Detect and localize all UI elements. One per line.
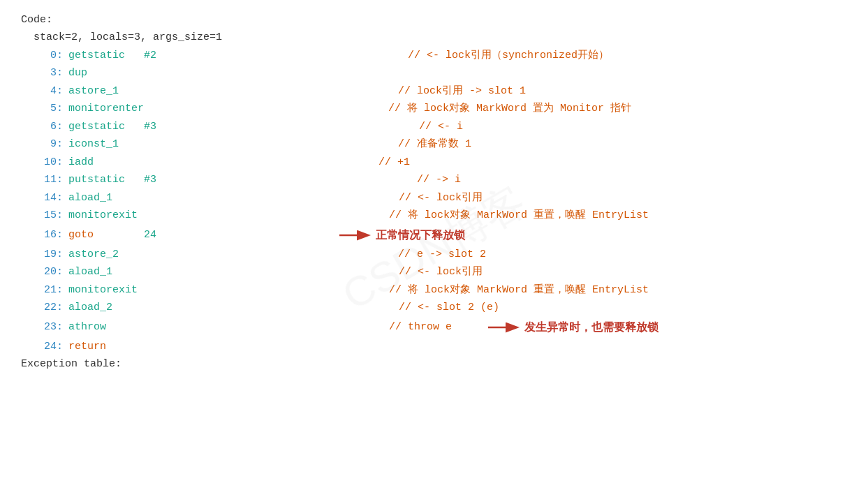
code-line-5: 5: monitorenter // 将 lock对象 MarkWord 置为 … [21, 100, 847, 118]
comment-9: // 准备常数 1 [398, 135, 471, 154]
code-line-11: 11: putstatic #3 // -> i [21, 171, 847, 189]
comment-19: // e -> slot 2 [398, 246, 486, 264]
comment-0: // <- lock引用（synchronized开始） [408, 47, 609, 65]
line-num-4: 4: [41, 82, 63, 101]
op-10: iadd [68, 154, 94, 172]
arg-0: #2 [144, 47, 156, 65]
line-num-10: 10: [41, 154, 63, 172]
op-22: aload_2 [68, 299, 112, 317]
arrow-icon-1 [338, 225, 373, 246]
line-num-3: 3: [41, 64, 63, 82]
line-num-6: 6: [41, 118, 63, 136]
op-3: dup [68, 64, 87, 82]
footer-label: Exception table: [21, 358, 847, 370]
annotation-exception-release: 发生异常时，也需要释放锁 [524, 318, 659, 336]
op-5: monitorenter [68, 100, 144, 118]
arg-16: 24 [144, 226, 156, 244]
line-num-11: 11: [41, 171, 63, 189]
annotation-normal-release: 正常情况下释放锁 [376, 225, 465, 244]
comment-21: // 将 lock对象 MarkWord 重置，唤醒 EntryList [389, 281, 649, 299]
line-num-21: 21: [41, 281, 63, 299]
op-4: astore_1 [68, 82, 119, 101]
comment-23: // throw e [389, 318, 452, 336]
line-num-24: 24: [41, 338, 63, 356]
comment-22: // <- slot 2 (e) [399, 299, 499, 317]
stack-info: stack=2, locals=3, args_size=1 [21, 29, 222, 47]
code-line-21: 21: monitorexit // 将 lock对象 MarkWord 重置，… [21, 281, 847, 299]
op-23: athrow [68, 318, 106, 336]
code-line-14: 14: aload_1 // <- lock引用 [21, 189, 847, 207]
op-11: putstatic [68, 171, 144, 189]
op-6: getstatic [68, 118, 144, 136]
code-line-15: 15: monitorexit // 将 lock对象 MarkWord 重置，… [21, 207, 847, 225]
code-line-3: 3: dup [21, 64, 847, 82]
op-15: monitorexit [68, 207, 138, 225]
op-20: aload_1 [68, 263, 112, 281]
code-line-10: 10: iadd // +1 [21, 154, 847, 172]
line-num-22: 22: [41, 299, 63, 317]
op-24: return [68, 338, 106, 356]
op-9: iconst_1 [68, 135, 119, 154]
comment-15: // 将 lock对象 MarkWord 重置，唤醒 EntryList [389, 207, 649, 225]
code-line-22: 22: aload_2 // <- slot 2 (e) [21, 299, 847, 317]
line-num-16: 16: [41, 226, 63, 244]
code-container: Code: stack=2, locals=3, args_size=1 0: … [21, 14, 847, 370]
line-num-19: 19: [41, 246, 63, 264]
arrow-icon-2 [487, 317, 522, 338]
op-0: getstatic [68, 47, 144, 65]
comment-5: // 将 lock对象 MarkWord 置为 Monitor 指针 [388, 100, 631, 118]
op-16: goto [68, 226, 144, 244]
code-line-23: 23: athrow // throw e 发生异常时，也需要释放锁 [21, 317, 847, 338]
code-line-4: 4: astore_1 // lock引用 -> slot 1 [21, 82, 847, 101]
arg-6: #3 [144, 118, 156, 136]
code-line-0: 0: getstatic #2 // <- lock引用（synchronize… [21, 47, 847, 65]
arg-11: #3 [144, 171, 156, 189]
line-num-9: 9: [41, 135, 63, 154]
comment-14: // <- lock引用 [399, 189, 483, 207]
line-num-15: 15: [41, 207, 63, 225]
code-line-6: 6: getstatic #3 // <- i [21, 118, 847, 136]
stack-info-line: stack=2, locals=3, args_size=1 [21, 29, 847, 47]
op-19: astore_2 [68, 246, 119, 264]
comment-10: // +1 [378, 154, 410, 172]
code-label: Code: [21, 14, 847, 26]
comment-6: // <- i [419, 118, 463, 136]
code-line-16: 16: goto 24 正常情况下释放锁 [21, 225, 847, 246]
comment-11: // -> i [417, 171, 461, 189]
op-14: aload_1 [68, 189, 112, 207]
line-num-0: 0: [41, 47, 63, 65]
code-line-20: 20: aload_1 // <- lock引用 [21, 263, 847, 281]
line-num-5: 5: [41, 100, 63, 118]
line-num-14: 14: [41, 189, 63, 207]
line-num-23: 23: [41, 318, 63, 336]
line-num-20: 20: [41, 263, 63, 281]
code-section: stack=2, locals=3, args_size=1 0: getsta… [21, 29, 847, 355]
code-line-19: 19: astore_2 // e -> slot 2 [21, 246, 847, 264]
code-line-24: 24: return [21, 338, 847, 356]
code-line-9: 9: iconst_1 // 准备常数 1 [21, 135, 847, 154]
op-21: monitorexit [68, 281, 138, 299]
comment-4: // lock引用 -> slot 1 [398, 82, 526, 101]
comment-20: // <- lock引用 [399, 263, 483, 281]
